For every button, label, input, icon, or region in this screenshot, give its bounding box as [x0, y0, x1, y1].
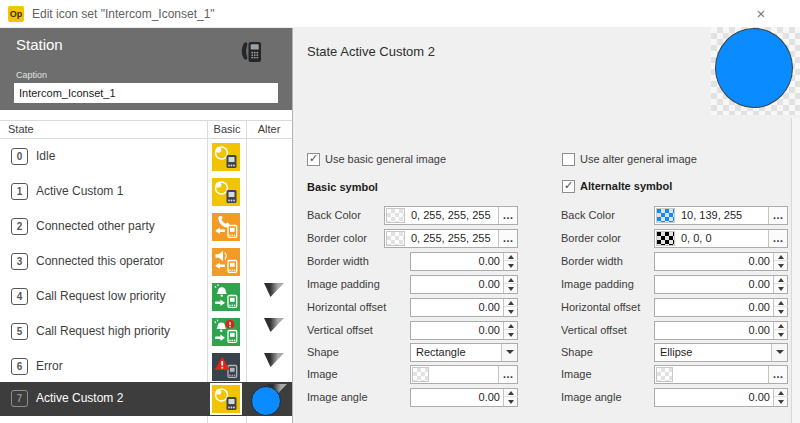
spinner — [773, 299, 787, 316]
alter-image-angle-input[interactable]: 0.00 — [654, 388, 788, 407]
basic-vertical-offset-input[interactable]: 0.00 — [410, 321, 518, 340]
state-row-idle[interactable]: 0 Idle — [0, 140, 292, 174]
basic-symbol-section-label: Basic symbol — [307, 181, 378, 193]
state-row-call-request-high[interactable]: 5 Call Request high priority — [0, 315, 292, 349]
field-label: Image angle — [307, 391, 368, 403]
image-picker-button[interactable]: … — [768, 366, 787, 383]
state-label: Call Request low priority — [36, 289, 165, 303]
alter-ellipse-preview — [251, 386, 281, 416]
state-index-badge: 3 — [11, 253, 28, 270]
app-icon: Op — [8, 6, 24, 22]
color-picker-button[interactable]: … — [498, 230, 517, 247]
spinner — [773, 389, 787, 406]
basic-border-color-field: 0, 255, 255, 255 … — [384, 229, 518, 248]
field-label: Image — [561, 368, 592, 380]
field-label: Shape — [307, 346, 339, 358]
alter-image-field: … — [654, 365, 788, 384]
color-picker-button[interactable]: … — [498, 207, 517, 224]
field-label: Border color — [307, 232, 367, 244]
state-row-active-custom-2[interactable]: 7 Active Custom 2 — [0, 382, 292, 416]
spinner-down-button[interactable] — [504, 262, 518, 270]
state-row-error[interactable]: 6 Error — [0, 350, 292, 384]
intercom-glow-icon — [212, 178, 240, 206]
spinner-down-button[interactable] — [774, 398, 788, 406]
state-row-call-request-low[interactable]: 4 Call Request low priority — [0, 280, 292, 314]
spinner-down-button[interactable] — [774, 262, 788, 270]
spinner-down-button[interactable] — [504, 398, 518, 406]
speaker-call-in-icon — [212, 248, 240, 276]
field-label: Horizontal offset — [307, 301, 386, 313]
intercom-phone-icon — [238, 40, 264, 66]
alter-shape-dropdown[interactable]: Ellipse — [654, 343, 788, 362]
checkbox-box: ✓ — [307, 153, 320, 166]
column-header-alter: Alter — [247, 121, 291, 138]
spinner-down-button[interactable] — [774, 331, 788, 339]
color-swatch — [656, 208, 675, 223]
spinner — [503, 322, 517, 339]
spinner-up-button[interactable] — [504, 322, 518, 330]
alter-border-width-input[interactable]: 0.00 — [654, 252, 788, 271]
basic-image-angle-input[interactable]: 0.00 — [410, 388, 518, 407]
state-index-badge: 0 — [11, 148, 28, 165]
checkbox-box: ✓ — [562, 180, 575, 193]
alter-border-color-field: 0, 0, 0 … — [654, 229, 788, 248]
color-picker-button[interactable]: … — [768, 207, 787, 224]
state-label: Connected other party — [36, 219, 155, 233]
state-label: Connected this operator — [36, 254, 164, 268]
spinner-up-button[interactable] — [504, 389, 518, 397]
alter-horizontal-offset-input[interactable]: 0.00 — [654, 298, 788, 317]
error-warning-icon — [212, 353, 240, 381]
state-index-badge: 4 — [11, 288, 28, 305]
basic-image-field: … — [410, 365, 518, 384]
state-row-connected-this-operator[interactable]: 3 Connected this operator — [0, 245, 292, 279]
state-row-connected-other-party[interactable]: 2 Connected other party — [0, 210, 292, 244]
field-label: Border width — [307, 255, 369, 267]
spinner-up-button[interactable] — [774, 299, 788, 307]
basic-horizontal-offset-input[interactable]: 0.00 — [410, 298, 518, 317]
spinner — [503, 299, 517, 316]
color-picker-button[interactable]: … — [768, 230, 787, 247]
state-row-active-custom-1[interactable]: 1 Active Custom 1 — [0, 175, 292, 209]
field-label: Image padding — [561, 278, 634, 290]
field-label: Image — [307, 368, 338, 380]
spinner-up-button[interactable] — [774, 276, 788, 284]
state-editor-panel: State Active Custom 2 ✓ Use basic genera… — [292, 28, 800, 423]
spinner-up-button[interactable] — [504, 276, 518, 284]
window-title: Edit icon set "Intercom_Iconset_1" — [32, 0, 215, 28]
spinner — [773, 253, 787, 270]
state-label: Active Custom 2 — [36, 391, 123, 405]
state-label: Error — [36, 359, 63, 373]
spinner-down-button[interactable] — [504, 308, 518, 316]
image-picker-button[interactable]: … — [498, 366, 517, 383]
color-swatch — [386, 231, 405, 246]
intercom-glow-icon — [212, 143, 240, 171]
spinner — [503, 389, 517, 406]
spinner — [503, 253, 517, 270]
spinner-down-button[interactable] — [504, 285, 518, 293]
station-panel: Station Caption State Basic Alter — [0, 28, 292, 423]
spinner-up-button[interactable] — [774, 253, 788, 261]
field-label: Border color — [561, 232, 621, 244]
checkbox-box — [562, 153, 575, 166]
spinner-up-button[interactable] — [504, 299, 518, 307]
dropdown-arrow-icon[interactable] — [501, 344, 517, 361]
field-label: Vertical offset — [561, 324, 627, 336]
caption-input[interactable] — [14, 83, 278, 103]
spinner-down-button[interactable] — [774, 308, 788, 316]
spinner-up-button[interactable] — [774, 389, 788, 397]
field-label: Back Color — [561, 209, 615, 221]
alter-vertical-offset-input[interactable]: 0.00 — [654, 321, 788, 340]
alter-image-padding-input[interactable]: 0.00 — [654, 275, 788, 294]
basic-image-padding-input[interactable]: 0.00 — [410, 275, 518, 294]
state-index-badge: 5 — [11, 323, 28, 340]
intercom-glow-icon — [212, 385, 240, 413]
spinner-up-button[interactable] — [504, 253, 518, 261]
spinner-up-button[interactable] — [774, 322, 788, 330]
dropdown-arrow-icon[interactable] — [771, 344, 787, 361]
editor-title: State Active Custom 2 — [307, 44, 435, 59]
basic-border-width-input[interactable]: 0.00 — [410, 252, 518, 271]
spinner-down-button[interactable] — [504, 331, 518, 339]
spinner-down-button[interactable] — [774, 285, 788, 293]
basic-shape-dropdown[interactable]: Rectangle — [410, 343, 518, 362]
close-icon[interactable]: × — [750, 3, 772, 25]
